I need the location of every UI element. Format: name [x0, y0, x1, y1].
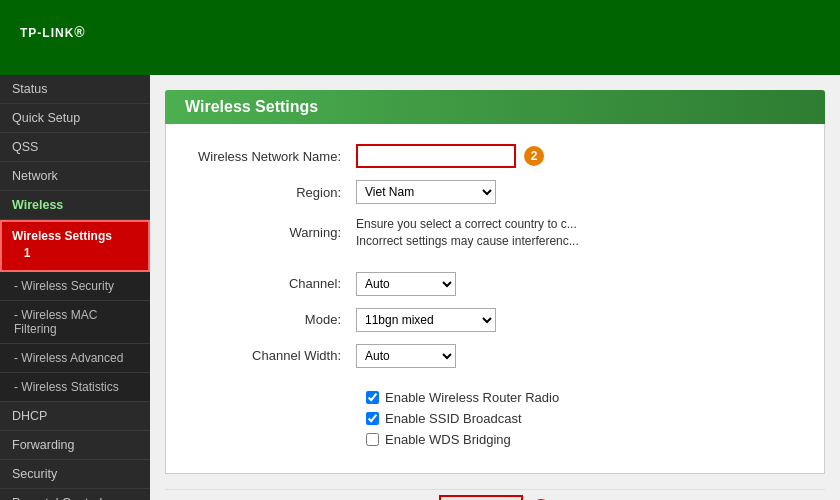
channel-width-select[interactable]: Auto 20MHz 40MHz — [356, 344, 456, 368]
sidebar-item-parental-control[interactable]: Parental Control — [0, 489, 150, 500]
region-select[interactable]: Viet Nam United States Europe — [356, 180, 496, 204]
channel-width-row: Channel Width: Auto 20MHz 40MHz — [196, 344, 794, 368]
header: TP-LINK® — [0, 0, 840, 75]
warning-control: Ensure you select a correct country to c… — [356, 216, 794, 250]
warning-row: Warning: Ensure you select a correct cou… — [196, 216, 794, 250]
enable-wds-label: Enable WDS Bridging — [385, 432, 511, 447]
network-name-label: Wireless Network Name: — [196, 149, 356, 164]
mode-row: Mode: 11bgn mixed 11b only 11g only 11n … — [196, 308, 794, 332]
page-title: Wireless Settings — [185, 98, 805, 116]
channel-width-control: Auto 20MHz 40MHz — [356, 344, 794, 368]
content-area: Wireless Settings Wireless Network Name:… — [150, 75, 840, 500]
bottom-bar: Save 3 — [165, 489, 825, 500]
network-name-control: 2 — [356, 144, 794, 168]
sidebar: Status Quick Setup QSS Network Wireless … — [0, 75, 150, 500]
main-layout: Status Quick Setup QSS Network Wireless … — [0, 75, 840, 500]
warning-label: Warning: — [196, 225, 356, 240]
page-title-bar: Wireless Settings — [165, 90, 825, 124]
enable-radio-label: Enable Wireless Router Radio — [385, 390, 559, 405]
enable-ssid-label: Enable SSID Broadcast — [385, 411, 522, 426]
badge-2: 2 — [524, 146, 544, 166]
region-control: Viet Nam United States Europe — [356, 180, 794, 204]
sidebar-item-wireless-advanced[interactable]: - Wireless Advanced — [0, 344, 150, 373]
sidebar-item-wireless[interactable]: Wireless — [0, 191, 150, 220]
sidebar-item-wireless-security[interactable]: - Wireless Security — [0, 272, 150, 301]
network-name-row: Wireless Network Name: 2 — [196, 144, 794, 168]
enable-ssid-checkbox[interactable] — [366, 412, 379, 425]
checkbox-ssid-row: Enable SSID Broadcast — [196, 411, 794, 426]
mode-control: 11bgn mixed 11b only 11g only 11n only — [356, 308, 794, 332]
badge-1: 1 — [17, 243, 37, 263]
mode-label: Mode: — [196, 312, 356, 327]
sidebar-item-wireless-statistics[interactable]: - Wireless Statistics — [0, 373, 150, 402]
channel-width-label: Channel Width: — [196, 348, 356, 363]
channel-control: Auto 1 2 — [356, 272, 794, 296]
sidebar-item-security[interactable]: Security — [0, 460, 150, 489]
logo-text: TP-LINK — [20, 25, 74, 39]
network-name-input[interactable] — [356, 144, 516, 168]
enable-wds-checkbox[interactable] — [366, 433, 379, 446]
enable-radio-checkbox[interactable] — [366, 391, 379, 404]
channel-select[interactable]: Auto 1 2 — [356, 272, 456, 296]
sidebar-item-forwarding[interactable]: Forwarding — [0, 431, 150, 460]
channel-label: Channel: — [196, 276, 356, 291]
sidebar-item-wireless-mac[interactable]: - Wireless MAC Filtering — [0, 301, 150, 344]
checkbox-radio-row: Enable Wireless Router Radio — [196, 390, 794, 405]
channel-row: Channel: Auto 1 2 — [196, 272, 794, 296]
logo: TP-LINK® — [20, 22, 86, 54]
logo-symbol: ® — [74, 23, 85, 39]
sidebar-item-quick-setup[interactable]: Quick Setup — [0, 104, 150, 133]
save-button[interactable]: Save — [439, 495, 523, 500]
checkbox-wds-row: Enable WDS Bridging — [196, 432, 794, 447]
mode-select[interactable]: 11bgn mixed 11b only 11g only 11n only — [356, 308, 496, 332]
warning-text: Ensure you select a correct country to c… — [356, 216, 616, 250]
form-area: Wireless Network Name: 2 Region: Viet Na… — [165, 124, 825, 474]
sidebar-item-network[interactable]: Network — [0, 162, 150, 191]
sidebar-item-wireless-settings[interactable]: Wireless Settings 1 — [0, 220, 150, 272]
sidebar-item-status[interactable]: Status — [0, 75, 150, 104]
region-row: Region: Viet Nam United States Europe — [196, 180, 794, 204]
region-label: Region: — [196, 185, 356, 200]
sidebar-item-dhcp[interactable]: DHCP — [0, 402, 150, 431]
sidebar-item-qss[interactable]: QSS — [0, 133, 150, 162]
